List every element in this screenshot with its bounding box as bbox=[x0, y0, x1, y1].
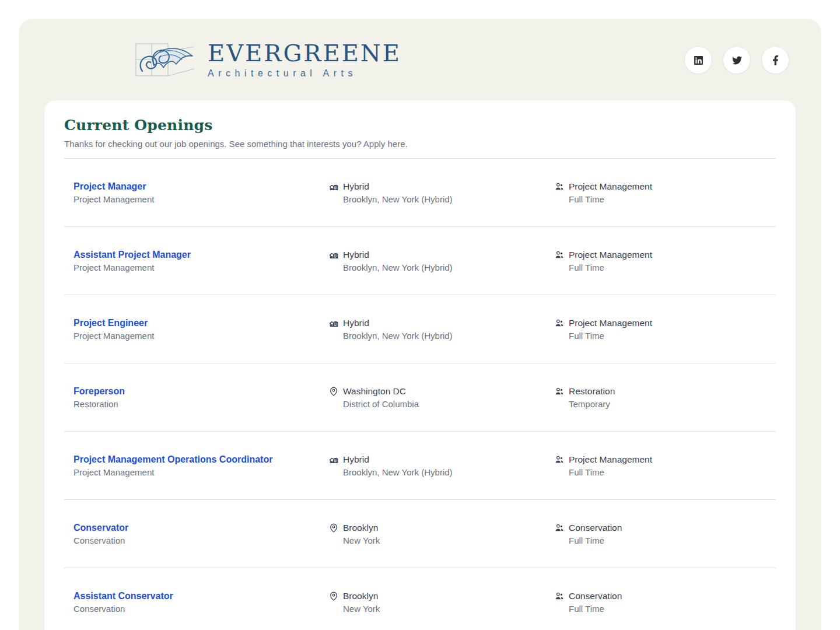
twitter-button[interactable] bbox=[723, 46, 751, 74]
job-row: Project Engineer Project Management bbox=[64, 295, 776, 363]
job-team: Conservation bbox=[569, 522, 622, 534]
job-location: Hybrid bbox=[343, 317, 453, 329]
job-department: Project Management bbox=[74, 193, 328, 205]
job-main-column: Assistant Conservator Conservation bbox=[74, 590, 328, 615]
job-team-column: Project Management Full Time bbox=[554, 317, 776, 342]
job-location-column: Brooklyn New York bbox=[328, 522, 554, 547]
job-department: Conservation bbox=[74, 534, 328, 547]
hybrid-work-icon bbox=[328, 181, 339, 192]
openings-card: Current Openings Thanks for checking out… bbox=[44, 100, 796, 630]
job-team-column: Project Management Full Time bbox=[554, 180, 776, 205]
team-people-icon bbox=[554, 591, 565, 601]
job-location: Hybrid bbox=[343, 453, 453, 466]
job-main-column: Foreperson Restoration bbox=[74, 385, 328, 410]
team-people-icon bbox=[554, 250, 565, 260]
team-people-icon bbox=[554, 523, 565, 533]
job-main-column: Project Engineer Project Management bbox=[74, 317, 328, 342]
job-team: Project Management bbox=[569, 453, 652, 466]
twitter-icon bbox=[732, 55, 742, 65]
job-location: Brooklyn bbox=[343, 590, 380, 602]
job-employment-type: Temporary bbox=[569, 398, 615, 410]
job-location-detail: Brooklyn, New York (Hybrid) bbox=[343, 261, 453, 274]
job-location-column: Hybrid Brooklyn, New York (Hybrid) bbox=[328, 317, 554, 342]
job-location-column: Brooklyn New York bbox=[328, 590, 554, 615]
job-main-column: Assistant Project Manager Project Manage… bbox=[74, 249, 328, 274]
job-location-text: Brooklyn New York bbox=[343, 522, 380, 547]
job-team: Project Management bbox=[569, 317, 652, 329]
job-employment-type: Full Time bbox=[569, 534, 622, 547]
job-team-text: Conservation Full Time bbox=[569, 522, 622, 547]
job-location-text: Hybrid Brooklyn, New York (Hybrid) bbox=[343, 249, 453, 274]
acanthus-ornament-icon bbox=[134, 41, 200, 79]
job-team-column: Conservation Full Time bbox=[554, 522, 776, 547]
job-team-column: Restoration Temporary bbox=[554, 385, 776, 410]
job-list: Project Manager Project Management bbox=[64, 158, 776, 630]
job-location-column: Hybrid Brooklyn, New York (Hybrid) bbox=[328, 249, 554, 274]
job-location: Hybrid bbox=[343, 180, 453, 192]
social-links bbox=[684, 46, 789, 74]
job-employment-type: Full Time bbox=[569, 193, 652, 205]
job-team-column: Project Management Full Time bbox=[554, 453, 776, 478]
job-team-text: Restoration Temporary bbox=[569, 385, 615, 410]
job-employment-type: Full Time bbox=[569, 603, 622, 615]
job-location-text: Brooklyn New York bbox=[343, 590, 380, 615]
job-team-text: Project Management Full Time bbox=[569, 249, 652, 274]
job-location-text: Washington DC District of Columbia bbox=[343, 385, 419, 410]
site-header: EVERGREENE Architectural Arts bbox=[19, 19, 821, 100]
logo-title: EVERGREENE bbox=[208, 41, 401, 65]
job-team: Conservation bbox=[569, 590, 622, 602]
logo-text: EVERGREENE Architectural Arts bbox=[208, 41, 401, 79]
job-department: Conservation bbox=[74, 603, 328, 615]
job-location-column: Washington DC District of Columbia bbox=[328, 385, 554, 410]
job-department: Project Management bbox=[74, 330, 328, 342]
job-location-column: Hybrid Brooklyn, New York (Hybrid) bbox=[328, 453, 554, 478]
team-people-icon bbox=[554, 318, 565, 328]
logo-subtitle: Architectural Arts bbox=[208, 68, 401, 79]
job-main-column: Conservator Conservation bbox=[74, 522, 328, 547]
job-title-link[interactable]: Project Management Operations Coordinato… bbox=[74, 453, 272, 466]
job-department: Restoration bbox=[74, 398, 328, 410]
linkedin-button[interactable] bbox=[684, 46, 712, 74]
team-people-icon bbox=[554, 386, 565, 397]
facebook-button[interactable] bbox=[761, 46, 789, 74]
job-main-column: Project Management Operations Coordinato… bbox=[74, 453, 328, 478]
job-department: Project Management bbox=[74, 466, 328, 478]
job-team-text: Project Management Full Time bbox=[569, 180, 652, 205]
job-main-column: Project Manager Project Management bbox=[74, 180, 328, 205]
job-employment-type: Full Time bbox=[569, 261, 652, 274]
location-pin-icon bbox=[328, 523, 339, 533]
job-location-text: Hybrid Brooklyn, New York (Hybrid) bbox=[343, 180, 453, 205]
team-people-icon bbox=[554, 181, 565, 192]
job-location-detail: Brooklyn, New York (Hybrid) bbox=[343, 466, 453, 478]
job-team-text: Project Management Full Time bbox=[569, 317, 652, 342]
job-title-link[interactable]: Project Engineer bbox=[74, 317, 148, 329]
team-people-icon bbox=[554, 454, 565, 465]
company-logo: EVERGREENE Architectural Arts bbox=[134, 41, 401, 79]
job-team: Project Management bbox=[569, 180, 652, 192]
linkedin-icon bbox=[694, 55, 704, 65]
job-row: Project Management Operations Coordinato… bbox=[64, 431, 776, 499]
job-title-link[interactable]: Conservator bbox=[74, 522, 128, 534]
job-row: Project Manager Project Management bbox=[64, 158, 776, 226]
job-location-detail: New York bbox=[343, 534, 380, 547]
job-location: Washington DC bbox=[343, 385, 419, 397]
job-location-detail: Brooklyn, New York (Hybrid) bbox=[343, 193, 453, 205]
location-pin-icon bbox=[328, 386, 339, 397]
job-row: Assistant Project Manager Project Manage… bbox=[64, 226, 776, 295]
job-title-link[interactable]: Project Manager bbox=[74, 180, 146, 192]
facebook-icon bbox=[771, 55, 780, 65]
job-department: Project Management bbox=[74, 261, 328, 274]
hybrid-work-icon bbox=[328, 250, 339, 260]
location-pin-icon bbox=[328, 591, 339, 601]
job-location-detail: Brooklyn, New York (Hybrid) bbox=[343, 330, 453, 342]
job-row: Assistant Conservator Conservation bbox=[64, 568, 776, 630]
job-team-text: Conservation Full Time bbox=[569, 590, 622, 615]
job-title-link[interactable]: Assistant Conservator bbox=[74, 590, 173, 602]
job-title-link[interactable]: Assistant Project Manager bbox=[74, 249, 191, 261]
job-team: Restoration bbox=[569, 385, 615, 397]
job-team: Project Management bbox=[569, 249, 652, 261]
job-team-column: Project Management Full Time bbox=[554, 249, 776, 274]
job-title-link[interactable]: Foreperson bbox=[74, 385, 125, 397]
job-location-detail: New York bbox=[343, 603, 380, 615]
job-team-text: Project Management Full Time bbox=[569, 453, 652, 478]
